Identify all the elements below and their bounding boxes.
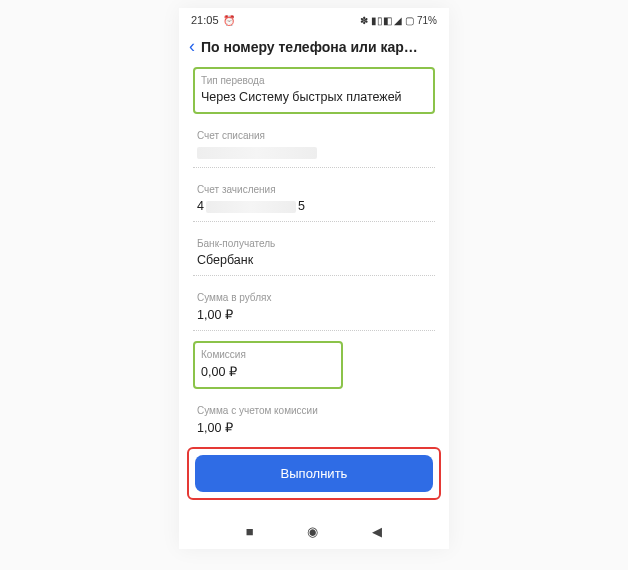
field-total: Сумма с учетом комиссии 1,00 ₽: [193, 399, 435, 443]
account-suffix: 5: [298, 199, 305, 213]
alarm-icon: ⏰: [223, 15, 235, 26]
highlight-transfer-type: Тип перевода Через Систему быстрых плате…: [193, 67, 435, 114]
field-label: Сумма с учетом комиссии: [197, 405, 431, 416]
field-label: Счет зачисления: [197, 184, 431, 195]
status-indicators: ✽ ▮▯◧ ◢ ▢ 71%: [360, 15, 437, 26]
field-value: 1,00 ₽: [197, 307, 431, 322]
status-bar: 21:05 ⏰ ✽ ▮▯◧ ◢ ▢ 71%: [179, 8, 449, 28]
field-bank[interactable]: Банк-получатель Сбербанк: [193, 232, 435, 276]
field-label: Банк-получатель: [197, 238, 431, 249]
execute-button[interactable]: Выполнить: [195, 455, 433, 492]
nav-home-icon[interactable]: ◉: [307, 524, 318, 539]
field-value: Сбербанк: [197, 253, 431, 267]
account-prefix: 4: [197, 199, 204, 213]
field-value: Через Систему быстрых платежей: [201, 90, 427, 104]
field-commission: Комиссия 0,00 ₽: [201, 347, 335, 381]
page-title: По номеру телефона или кар…: [201, 39, 418, 55]
highlight-commission: Комиссия 0,00 ₽: [193, 341, 343, 389]
form-content: Тип перевода Через Систему быстрых плате…: [179, 67, 449, 443]
back-icon[interactable]: ‹: [189, 36, 195, 57]
android-nav-bar: ■ ◉ ◀: [179, 512, 449, 549]
redacted-block: [206, 201, 296, 213]
redacted-block: [197, 147, 317, 159]
status-time: 21:05: [191, 14, 219, 26]
field-label: Комиссия: [201, 349, 335, 360]
nav-back-icon[interactable]: ◀: [372, 524, 382, 539]
nav-recent-icon[interactable]: ■: [246, 524, 254, 539]
field-label: Сумма в рублях: [197, 292, 431, 303]
field-value: 0,00 ₽: [201, 364, 335, 379]
field-value: [197, 145, 431, 159]
field-debit-account[interactable]: Счет списания: [193, 124, 435, 168]
field-label: Счет списания: [197, 130, 431, 141]
field-label: Тип перевода: [201, 75, 427, 86]
field-credit-account[interactable]: Счет зачисления 45: [193, 178, 435, 222]
field-amount[interactable]: Сумма в рублях 1,00 ₽: [193, 286, 435, 331]
field-value: 45: [197, 199, 431, 213]
field-value: 1,00 ₽: [197, 420, 431, 435]
highlight-execute: Выполнить: [187, 447, 441, 500]
screen-header: ‹ По номеру телефона или кар…: [179, 28, 449, 67]
field-transfer-type[interactable]: Тип перевода Через Систему быстрых плате…: [201, 73, 427, 106]
phone-frame: 21:05 ⏰ ✽ ▮▯◧ ◢ ▢ 71% ‹ По номеру телефо…: [179, 8, 449, 549]
